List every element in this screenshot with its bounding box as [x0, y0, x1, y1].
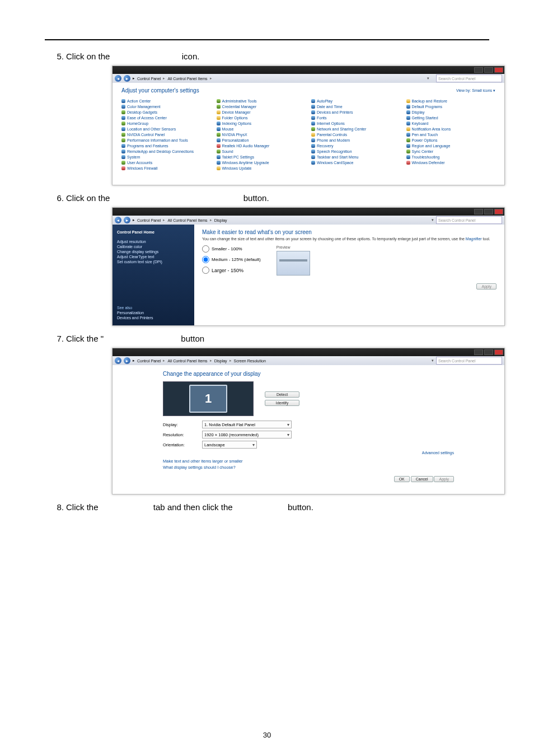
minimize-button[interactable]: [474, 209, 483, 214]
back-button[interactable]: ◄: [115, 217, 121, 223]
cp-item[interactable]: Windows CardSpace: [311, 161, 401, 165]
which-settings-link[interactable]: What display settings should I choose?: [163, 465, 236, 470]
detect-button[interactable]: Detect: [265, 391, 299, 398]
cp-item[interactable]: Color Management: [121, 105, 211, 109]
cp-item[interactable]: Speech Recognition: [311, 150, 401, 153]
breadcrumb-2[interactable]: All Control Panel Items: [167, 77, 207, 81]
cp-item[interactable]: NVIDIA Control Panel: [121, 133, 211, 137]
adjust-cleartype-link[interactable]: Adjust ClearType text: [117, 255, 190, 259]
bc2-2[interactable]: All Control Panel Items: [167, 218, 207, 222]
search-input[interactable]: Search Control Panel: [436, 216, 502, 224]
search-input[interactable]: Search Control Panel: [436, 357, 502, 365]
cp-item[interactable]: Fonts: [311, 116, 401, 120]
cp-item[interactable]: Windows Update: [217, 166, 306, 170]
cp-item[interactable]: Realtek HD Audio Manager: [217, 144, 306, 148]
advanced-settings-link[interactable]: Advanced settings: [422, 451, 454, 455]
breadcrumb-1[interactable]: Control Panel: [137, 77, 161, 81]
minimize-button[interactable]: [474, 67, 483, 73]
cp-item[interactable]: Internet Options: [311, 122, 401, 125]
apply-button[interactable]: Apply: [476, 283, 496, 290]
cp-item[interactable]: Taskbar and Start Menu: [311, 155, 401, 159]
adjust-resolution-link[interactable]: Adjust resolution: [117, 240, 190, 244]
cp-item[interactable]: Backup and Restore: [406, 99, 496, 103]
cp-item[interactable]: Power Options: [406, 138, 496, 142]
bc3-2[interactable]: All Control Panel Items: [167, 359, 207, 363]
cp-item[interactable]: Phone and Modem: [311, 138, 401, 142]
orientation-select[interactable]: Landscape▾: [202, 441, 257, 449]
cp-item[interactable]: Keyboard: [406, 122, 496, 125]
cp-item[interactable]: Device Manager: [217, 110, 306, 114]
cp-item[interactable]: Mouse: [217, 127, 306, 131]
breadcrumb-root-icon[interactable]: ▸: [133, 76, 135, 81]
calibrate-color-link[interactable]: Calibrate color: [117, 245, 190, 249]
cp-item[interactable]: Getting Started: [406, 116, 496, 120]
monitor-preview[interactable]: 1: [163, 381, 254, 416]
personalization-link[interactable]: Personalization: [117, 311, 190, 315]
cp-item[interactable]: User Accounts: [121, 161, 211, 165]
cp-item[interactable]: Tablet PC Settings: [217, 155, 306, 159]
change-display-settings-link[interactable]: Change display settings: [117, 250, 190, 254]
search-input[interactable]: Search Control Panel: [436, 74, 502, 82]
display-select[interactable]: 1. Nvidia Default Flat Panel▾: [202, 421, 292, 428]
cp-item[interactable]: Sync Center: [406, 150, 496, 153]
bc3-1[interactable]: Control Panel: [137, 359, 161, 363]
cp-item[interactable]: Administrative Tools: [217, 99, 306, 103]
close-button[interactable]: [494, 209, 503, 214]
size-medium-radio[interactable]: Medium - 125% (default): [202, 256, 261, 263]
cp-item[interactable]: Personalization: [217, 138, 306, 142]
apply-button[interactable]: Apply: [434, 476, 454, 482]
resolution-select[interactable]: 1920 × 1080 (recommended)▾: [202, 431, 292, 438]
cp-item[interactable]: RemoteApp and Desktop Connections: [121, 150, 211, 153]
back-button[interactable]: ◄: [115, 357, 121, 364]
back-button[interactable]: ◄: [115, 75, 121, 82]
cp-item[interactable]: NVIDIA PhysX: [217, 133, 306, 137]
bc3-4[interactable]: Screen Resolution: [234, 359, 266, 363]
forward-button[interactable]: ►: [124, 217, 130, 223]
maximize-button[interactable]: [484, 67, 493, 73]
cp-item[interactable]: Network and Sharing Center: [311, 127, 401, 131]
cancel-button[interactable]: Cancel: [411, 476, 433, 482]
cp-item[interactable]: System: [121, 155, 211, 159]
maximize-button[interactable]: [484, 349, 493, 355]
view-by-selector[interactable]: View by: Small icons ▾: [456, 88, 495, 93]
forward-button[interactable]: ►: [124, 357, 130, 364]
cp-item[interactable]: Credential Manager: [217, 105, 306, 109]
cp-item[interactable]: Location and Other Sensors: [121, 127, 211, 131]
cp-item[interactable]: Windows Firewall: [121, 166, 211, 170]
close-button[interactable]: [494, 67, 503, 73]
cp-item[interactable]: Recovery: [311, 144, 401, 148]
maximize-button[interactable]: [484, 209, 493, 214]
bc2-1[interactable]: Control Panel: [137, 218, 161, 222]
cp-item[interactable]: Region and Language: [406, 144, 496, 148]
monitor-1-icon[interactable]: 1: [189, 385, 227, 413]
cp-item[interactable]: Performance Information and Tools: [121, 138, 211, 142]
cp-item[interactable]: Folder Options: [217, 116, 306, 120]
cp-item[interactable]: Default Programs: [406, 105, 496, 109]
set-custom-dpi-link[interactable]: Set custom text size (DPI): [117, 260, 190, 264]
cp-item[interactable]: Notification Area Icons: [406, 127, 496, 131]
size-larger-radio[interactable]: Larger - 150%: [202, 267, 261, 274]
bc3-3[interactable]: Display: [214, 359, 227, 363]
devices-and-printers-link[interactable]: Devices and Printers: [117, 316, 190, 320]
minimize-button[interactable]: [474, 349, 483, 355]
control-panel-home-link[interactable]: Control Panel Home: [117, 230, 190, 234]
cp-item[interactable]: Desktop Gadgets: [121, 110, 211, 114]
cp-item[interactable]: Devices and Printers: [311, 110, 401, 114]
cp-item[interactable]: Windows Defender: [406, 161, 496, 165]
cp-item[interactable]: Programs and Features: [121, 144, 211, 148]
cp-item[interactable]: HomeGroup: [121, 122, 211, 125]
bc2-3[interactable]: Display: [214, 218, 227, 222]
cp-item[interactable]: Display: [406, 110, 496, 114]
cp-item[interactable]: Action Center: [121, 99, 211, 103]
close-button[interactable]: [494, 349, 503, 355]
cp-item[interactable]: Date and Time: [311, 105, 401, 109]
cp-item[interactable]: Troubleshooting: [406, 155, 496, 159]
cp-item[interactable]: Sound: [217, 150, 306, 153]
cp-item[interactable]: Parental Controls: [311, 133, 401, 137]
cp-item[interactable]: Indexing Options: [217, 122, 306, 125]
cp-item[interactable]: Pen and Touch: [406, 133, 496, 137]
forward-button[interactable]: ►: [124, 75, 130, 82]
cp-item[interactable]: Windows Anytime Upgrade: [217, 161, 306, 165]
cp-item[interactable]: AutoPlay: [311, 99, 401, 103]
ok-button[interactable]: OK: [394, 476, 410, 482]
